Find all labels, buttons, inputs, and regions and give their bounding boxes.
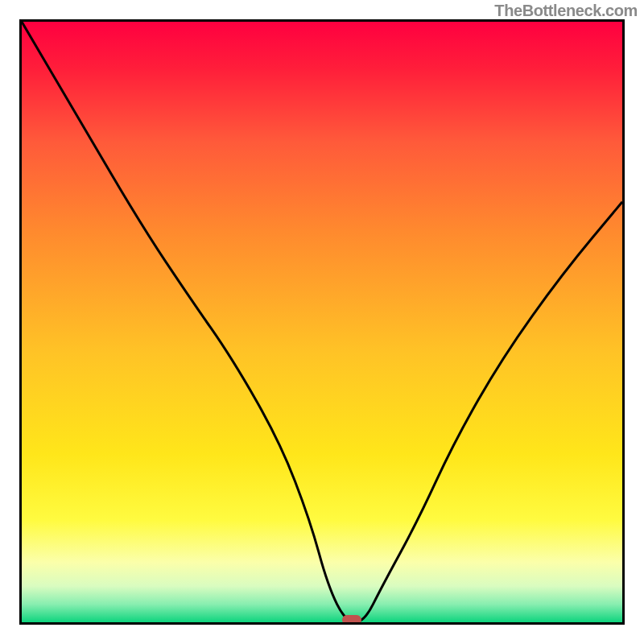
optimal-point-marker [342, 615, 361, 625]
watermark-text: TheBottleneck.com [494, 2, 638, 20]
chart-container: TheBottleneck.com [0, 0, 644, 644]
plot-area [19, 19, 625, 625]
bottleneck-curve [22, 22, 622, 622]
